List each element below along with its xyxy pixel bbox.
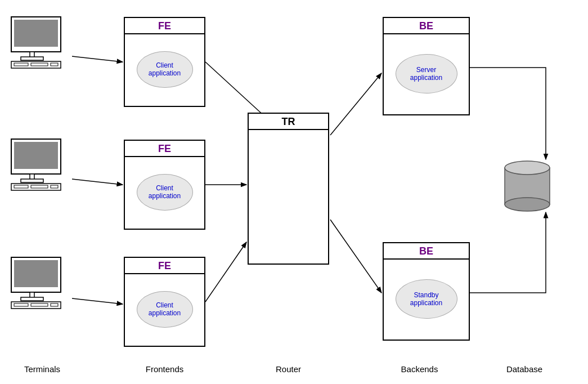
svg-rect-21: [21, 179, 43, 182]
svg-point-36: [505, 198, 550, 211]
fe2-oval: Clientapplication: [137, 174, 193, 211]
svg-rect-13: [21, 57, 43, 60]
be-box-2: BE Standbyapplication: [383, 242, 470, 341]
svg-rect-23: [14, 185, 28, 188]
svg-line-9: [330, 220, 381, 293]
svg-rect-29: [21, 297, 43, 301]
be2-oval-label: Standbyapplication: [410, 291, 442, 307]
fe3-oval-label: Clientapplication: [149, 301, 181, 317]
be1-title: BE: [384, 18, 469, 34]
svg-point-35: [505, 161, 550, 175]
svg-line-3: [72, 179, 123, 185]
svg-rect-15: [14, 63, 28, 66]
fe3-title: FE: [125, 258, 204, 274]
fe-box-1: FE Clientapplication: [124, 17, 205, 107]
tr-box: TR: [248, 113, 329, 265]
label-backends: Backends: [376, 364, 463, 374]
svg-rect-25: [51, 185, 58, 188]
svg-line-2: [72, 56, 123, 62]
database-cylinder: [502, 159, 553, 213]
svg-rect-27: [14, 260, 58, 287]
svg-rect-19: [14, 142, 58, 169]
fe-box-2: FE Clientapplication: [124, 140, 205, 230]
terminal-1: [8, 16, 70, 69]
svg-rect-32: [31, 303, 48, 306]
be1-oval: Serverapplication: [396, 54, 457, 93]
svg-rect-33: [51, 303, 58, 306]
svg-line-8: [330, 73, 381, 135]
be-box-1: BE Serverapplication: [383, 17, 470, 115]
fe1-title: FE: [125, 18, 204, 34]
label-database: Database: [496, 364, 553, 374]
terminal-3: [8, 256, 70, 310]
label-terminals: Terminals: [11, 364, 73, 374]
svg-rect-24: [31, 185, 48, 188]
svg-line-7: [205, 242, 246, 302]
be2-oval: Standbyapplication: [396, 279, 457, 319]
diagram-container: FE Clientapplication FE Clientapplicatio…: [0, 0, 588, 384]
label-frontends: Frontends: [124, 364, 205, 374]
fe1-oval: Clientapplication: [137, 51, 193, 88]
be1-oval-label: Serverapplication: [410, 66, 442, 82]
label-router: Router: [248, 364, 329, 374]
svg-rect-16: [31, 63, 48, 66]
be2-title: BE: [384, 243, 469, 260]
fe2-title: FE: [125, 141, 204, 157]
svg-rect-31: [14, 303, 28, 306]
svg-rect-11: [14, 20, 58, 47]
svg-rect-17: [51, 63, 58, 66]
tr-title: TR: [249, 114, 328, 130]
terminal-2: [8, 138, 70, 191]
fe3-oval: Clientapplication: [137, 291, 193, 328]
fe1-oval-label: Clientapplication: [149, 61, 181, 77]
fe-box-3: FE Clientapplication: [124, 257, 205, 347]
svg-line-4: [72, 298, 123, 304]
fe2-oval-label: Clientapplication: [149, 184, 181, 200]
